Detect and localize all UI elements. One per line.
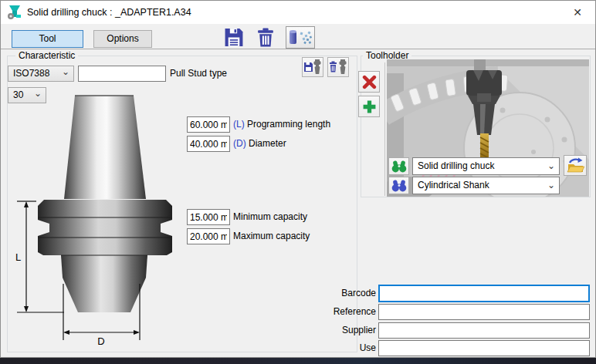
binoculars-blue-icon (391, 180, 407, 192)
barcode-label: Barcode (295, 285, 376, 302)
shank-value: Cylindrical Shank (418, 180, 489, 190)
reference-input[interactable] (378, 304, 590, 320)
reference-label: Reference (295, 304, 376, 320)
remove-x-icon (362, 75, 377, 89)
tab-options[interactable]: Options (93, 30, 152, 48)
supplier-label: Supplier (295, 322, 376, 339)
dialog-window: Solid drilling chuck : _ADAPTER1.A34 ✕ T… (0, 0, 596, 358)
toolbar-separator (1, 49, 596, 49)
standard-combobox[interactable]: ISO7388 ⌄ (8, 66, 74, 82)
minimum-capacity-label: Minimum capacity (233, 209, 307, 225)
close-icon: ✕ (573, 6, 582, 19)
chevron-down-icon: ⌄ (547, 177, 555, 194)
tool-diagram: L D (12, 89, 186, 352)
tool-components-icon (286, 28, 313, 47)
delete-button[interactable] (255, 26, 278, 48)
pull-stud-label: Pull Stud type (170, 66, 227, 82)
maximum-capacity-input[interactable] (187, 228, 230, 244)
toolholder-divider (384, 62, 385, 196)
programming-length-input[interactable] (187, 116, 230, 133)
add-toolholder-button[interactable] (358, 96, 380, 117)
binoculars-green-icon (391, 160, 407, 173)
diameter-input[interactable] (187, 136, 230, 152)
save-characteristic-button[interactable] (302, 57, 323, 77)
minimum-capacity-input[interactable] (187, 209, 230, 225)
titlebar: Solid drilling chuck : _ADAPTER1.A34 ✕ (1, 1, 595, 24)
standard-combobox-value: ISO7388 (13, 68, 49, 79)
maximum-capacity-label: Maximum capacity (233, 228, 310, 244)
save-icon (223, 27, 245, 48)
barcode-input[interactable] (378, 285, 590, 302)
toolholder-type-value: Solid drilling chuck (418, 160, 494, 171)
pull-stud-input[interactable] (78, 66, 166, 82)
screen-edge (0, 358, 596, 364)
close-button[interactable]: ✕ (560, 1, 595, 24)
toolholder-type-combobox[interactable]: Solid drilling chuck ⌄ (412, 157, 560, 175)
characteristic-group-label: Characteristic (15, 50, 78, 61)
use-input[interactable] (378, 340, 590, 356)
save-tool-icon (303, 58, 323, 76)
trash-icon (255, 27, 276, 48)
delete-characteristic-button[interactable] (327, 57, 349, 77)
tab-tool[interactable]: Tool (12, 30, 83, 48)
use-label: Use (295, 340, 376, 356)
chevron-down-icon: ⌄ (62, 66, 69, 79)
shank-combobox[interactable]: Cylindrical Shank ⌄ (412, 177, 560, 194)
dimension-label-d: D (97, 335, 104, 347)
tool-components-button[interactable] (286, 26, 315, 49)
add-plus-icon (362, 99, 377, 114)
search-shank-button[interactable] (388, 177, 409, 194)
open-toolholder-button[interactable] (564, 155, 587, 176)
programming-length-label: (L) Programming length (233, 116, 330, 133)
remove-toolholder-button[interactable] (358, 71, 380, 93)
supplier-input[interactable] (378, 322, 590, 339)
save-button[interactable] (223, 26, 246, 48)
delete-tool-icon (328, 58, 348, 76)
search-toolholder-type-button[interactable] (388, 157, 409, 175)
diameter-label: (D) Diameter (233, 136, 286, 152)
app-icon (7, 5, 22, 20)
dimension-label-l: L (15, 251, 21, 263)
open-folder-icon (566, 157, 584, 174)
window-title: Solid drilling chuck : _ADAPTER1.A34 (27, 1, 191, 24)
chevron-down-icon: ⌄ (547, 158, 555, 174)
